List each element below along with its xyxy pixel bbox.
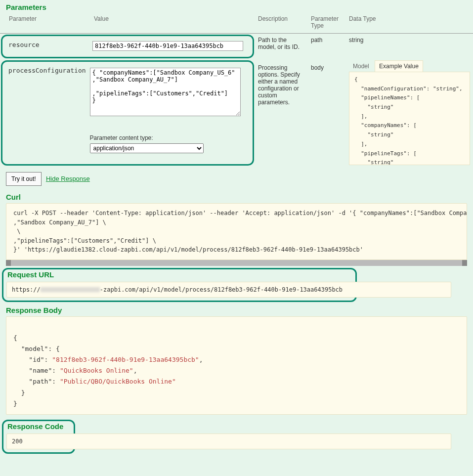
redacted-host: [41, 287, 100, 292]
content-type-select[interactable]: application/json: [90, 143, 204, 153]
param-name-processconfig: processConfiguration: [5, 65, 86, 156]
resource-desc: Path to the model, or its ID.: [255, 34, 308, 60]
processconfig-desc: Processing options. Specify either a nam…: [255, 59, 308, 168]
resource-input[interactable]: [92, 41, 243, 51]
section-response-code: Response Code: [6, 422, 71, 433]
response-code-box: 200: [6, 433, 451, 449]
section-response-body: Response Body: [0, 303, 473, 316]
processconfig-textarea[interactable]: { "<span class="squiggle">companyNames</…: [90, 68, 241, 116]
request-url-box: https://-zapbi.com/api/v1/model/process/…: [6, 282, 451, 298]
tab-model[interactable]: Model: [349, 61, 373, 72]
curl-box: curl -X POST --header 'Content-Type: app…: [6, 203, 467, 260]
model-example-tabs: Model Example Value: [349, 60, 470, 72]
col-datatype: Data Type: [346, 13, 473, 34]
highlight-processconfig: processConfiguration { "<span class="squ…: [1, 60, 254, 166]
highlight-request-url: Request URL https://-zapbi.com/api/v1/mo…: [2, 268, 357, 302]
highlight-response-code: Response Code 200: [2, 420, 75, 454]
col-paramtype: Parameter Type: [308, 13, 346, 34]
try-it-out-button[interactable]: Try it out!: [6, 172, 42, 186]
section-parameters: Parameters: [0, 0, 473, 13]
processconfig-ptype: body: [308, 59, 346, 168]
param-name-resource: resource: [5, 38, 88, 54]
section-request-url: Request URL: [6, 270, 352, 282]
col-description: Description: [255, 13, 308, 34]
resource-ptype: path: [308, 34, 346, 60]
example-value-box: { "namedConfiguration": "string", "pipel…: [349, 72, 470, 165]
highlight-resource: resource: [1, 35, 254, 58]
resource-dtype: string: [346, 34, 473, 60]
parameters-table: Parameter Value Description Parameter Ty…: [0, 13, 473, 168]
section-curl: Curl: [0, 190, 473, 203]
col-value: Value: [91, 13, 255, 34]
content-type-label: Parameter content type:: [90, 134, 247, 141]
col-parameter: Parameter: [0, 13, 91, 34]
tab-example-value[interactable]: Example Value: [375, 60, 423, 72]
response-body-box: { "model": { "id": "812f8eb3-962f-440b-9…: [6, 316, 467, 415]
hide-response-link[interactable]: Hide Response: [46, 175, 90, 182]
curl-scrollbar[interactable]: [6, 260, 467, 266]
